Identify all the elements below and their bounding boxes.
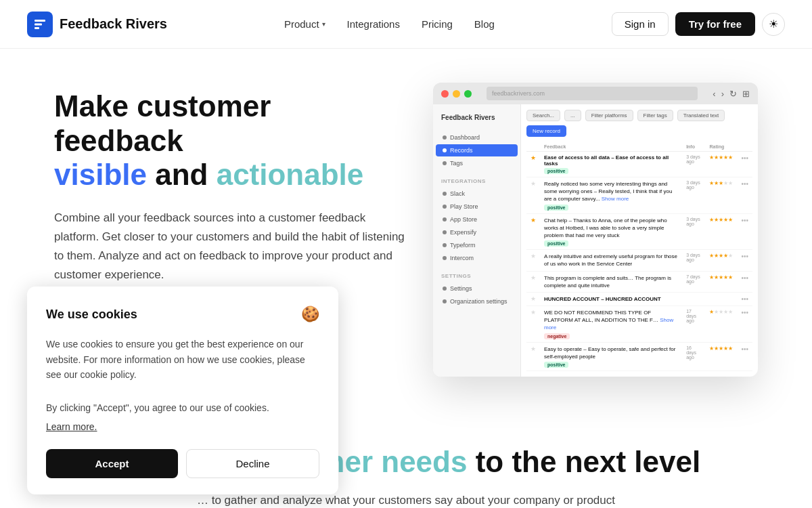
row-star-cell: ★: [526, 152, 540, 177]
close-dot: [441, 90, 449, 98]
app-titlebar: feedbackrivers.com ‹ › ↻ ⊞: [433, 83, 758, 104]
filter-platforms-btn[interactable]: Filter platforms: [585, 110, 633, 121]
reload-button[interactable]: ↻: [729, 89, 737, 99]
tag-badge: positive: [544, 205, 568, 211]
cookie-decline-button[interactable]: Decline: [186, 449, 319, 478]
svg-rect-1: [35, 23, 42, 25]
back-button[interactable]: ‹: [713, 89, 715, 99]
new-record-btn[interactable]: New record: [526, 125, 566, 137]
sidebar-item-expensify[interactable]: Expensify: [436, 226, 518, 238]
row-star-cell: ★: [526, 250, 540, 271]
filter-tags-btn[interactable]: Filter tags: [637, 110, 673, 121]
cookie-text1: We use cookies to ensure you get the bes…: [46, 337, 319, 382]
forward-button[interactable]: ›: [721, 89, 724, 99]
table-row: ★ Chat help – Thanks to Anna, one of the…: [526, 213, 752, 250]
cookie-header: We use cookies 🍪: [46, 305, 319, 323]
theme-toggle-button[interactable]: ☀: [762, 13, 785, 36]
sidebar-logo: Feedback Rivers: [433, 110, 520, 125]
cookie-banner: We use cookies 🍪 We use cookies to ensur…: [27, 287, 338, 494]
sidebar-dot: [443, 192, 447, 196]
row-menu-icon[interactable]: •••: [741, 253, 748, 260]
row-info-cell: 3 days ago: [682, 177, 705, 214]
cookie-accept-button[interactable]: Accept: [46, 449, 178, 478]
try-button[interactable]: Try for free: [675, 12, 755, 36]
sidebar-item-tags[interactable]: Tags: [436, 157, 518, 169]
row-feedback-cell: Ease of access to all data – Ease of acc…: [540, 152, 682, 177]
main-nav: Product ▾ Integrations Pricing Blog: [275, 13, 504, 35]
hero-visible-word: visible: [54, 158, 147, 191]
row-star-cell: ★: [526, 177, 540, 214]
sidebar-item-appstore[interactable]: App Store: [436, 213, 518, 226]
logo-link[interactable]: Feedback Rivers: [27, 12, 167, 37]
maximize-dot: [464, 90, 472, 98]
nav-pricing[interactable]: Pricing: [412, 13, 462, 35]
row-menu-cell: •••: [737, 213, 752, 250]
cookie-overlay: We use cookies 🍪 We use cookies to ensur…: [0, 287, 812, 508]
nav-product[interactable]: Product ▾: [275, 13, 335, 35]
row-info-cell: 3 days ago: [682, 152, 705, 177]
sidebar-item-records[interactable]: Records: [436, 144, 518, 156]
sidebar-dot: [443, 256, 447, 260]
row-menu-icon[interactable]: •••: [741, 217, 748, 224]
row-rating-cell: ★★★★★: [705, 213, 737, 250]
signin-button[interactable]: Sign in: [612, 12, 669, 36]
row-info-cell: 3 days ago: [682, 213, 705, 250]
row-star-cell: ★: [526, 213, 540, 250]
sidebar-dot: [443, 135, 447, 140]
row-rating-cell: ★★★★★: [705, 152, 737, 177]
browser-nav: ‹ › ↻ ⊞: [713, 89, 750, 99]
table-row: ★ A really intuitive and extremely usefu…: [526, 250, 752, 271]
minimize-dot: [453, 90, 460, 98]
sidebar-main-section: Dashboard Records Tags: [433, 128, 520, 173]
row-menu-cell: •••: [737, 152, 752, 177]
sidebar-dot: [443, 161, 447, 165]
col-feedback: Feedback: [540, 142, 682, 152]
sidebar-integrations-section: INTEGRATIONS Slack Play Store App Store …: [433, 173, 520, 268]
table-row: ★ Really noticed two some very interesti…: [526, 177, 752, 214]
col-star: [526, 142, 540, 152]
sidebar-item-typeform[interactable]: Typeform: [436, 239, 518, 251]
logo-icon: [27, 12, 53, 37]
translated-text-btn[interactable]: Translated text: [677, 110, 725, 121]
table-row: ★ Ease of access to all data – Ease of a…: [526, 152, 752, 177]
sidebar-item-dashboard[interactable]: Dashboard: [436, 131, 518, 144]
sidebar-section-title-integrations: INTEGRATIONS: [433, 175, 520, 187]
sidebar-item-slack[interactable]: Slack: [436, 188, 518, 200]
cookie-text2: By clicking "Accept", you agree to our u…: [46, 400, 319, 415]
row-info-cell: 3 days ago: [682, 250, 705, 271]
sidebar-dot: [443, 217, 447, 221]
row-feedback-cell: A really intuitive and extremely useful …: [540, 250, 682, 271]
row-menu-icon[interactable]: •••: [741, 180, 748, 188]
nav-integrations[interactable]: Integrations: [338, 13, 409, 35]
navbar-actions: Sign in Try for free ☀: [612, 12, 785, 36]
more-btn[interactable]: ...: [564, 110, 581, 121]
nav-blog[interactable]: Blog: [465, 13, 504, 35]
sidebar-dot: [443, 205, 447, 209]
app-toolbar: Search... ... Filter platforms Filter ta…: [526, 110, 752, 137]
tag-badge: positive: [544, 168, 568, 174]
sidebar-item-playstore[interactable]: Play Store: [436, 200, 518, 213]
address-bar: feedbackrivers.com: [487, 87, 698, 100]
row-feedback-cell: Chat help – Thanks to Anna, one of the p…: [540, 213, 682, 250]
hero-subtitle: Combine all your feedback sources into a…: [54, 209, 406, 284]
cookie-title: We use cookies: [46, 308, 137, 322]
sidebar-item-intercom[interactable]: Intercom: [436, 252, 518, 264]
svg-rect-0: [35, 20, 45, 22]
cookie-learn-more-link[interactable]: Learn more.: [46, 421, 97, 432]
hero-actionable-word: actionable: [217, 158, 364, 191]
sidebar-dot: [443, 243, 447, 247]
col-actions: [737, 142, 752, 152]
show-more-link[interactable]: Show more: [602, 196, 629, 202]
row-rating-cell: ★★★★★: [705, 250, 737, 271]
logo-text: Feedback Rivers: [60, 16, 167, 32]
row-menu-cell: •••: [737, 250, 752, 271]
sidebar-section-title-settings: SETTINGS: [433, 270, 520, 282]
bookmark-button[interactable]: ⊞: [742, 89, 750, 99]
search-btn[interactable]: Search...: [526, 110, 560, 121]
navbar: Feedback Rivers Product ▾ Integrations P…: [0, 0, 812, 49]
tag-badge: positive: [544, 240, 568, 247]
col-info: Info: [682, 142, 705, 152]
row-rating-cell: ★★★★★: [705, 177, 737, 214]
row-menu-icon[interactable]: •••: [741, 274, 748, 282]
row-menu-icon[interactable]: •••: [741, 154, 748, 162]
